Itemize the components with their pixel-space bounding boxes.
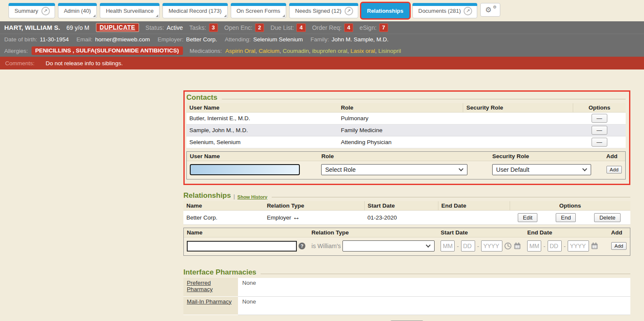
medication-item[interactable]: Lasix oral xyxy=(347,48,375,54)
section-divider-line xyxy=(261,274,630,274)
help-icon[interactable]: ? xyxy=(299,243,305,249)
employer-value: Better Corp. xyxy=(186,36,217,43)
chevron-down-icon xyxy=(583,166,587,171)
tab-health-surveillance[interactable]: Health Surveillance xyxy=(100,3,160,18)
start-month-input[interactable] xyxy=(441,240,455,252)
contacts-title: Contacts xyxy=(186,93,218,102)
medication-item[interactable]: Coumadin xyxy=(279,48,309,54)
tab-documents[interactable]: Documents (281) ↗ xyxy=(412,3,478,18)
tasks-label: Tasks: xyxy=(189,24,206,31)
rel-col-relation-type: Relation Type xyxy=(264,201,365,211)
medication-item[interactable]: Lisinopril xyxy=(375,48,401,54)
rel-col-start-date: Start Date xyxy=(364,201,438,211)
popout-icon[interactable]: ↗ xyxy=(41,7,50,15)
clock-icon[interactable] xyxy=(504,242,512,250)
contact-user-name: Butler, Internist E., M.D. xyxy=(186,113,338,124)
contacts-highlight-box: Contacts User Name Role Security Role Op… xyxy=(183,90,630,185)
tab-admin[interactable]: Admin (40) xyxy=(58,3,97,18)
end-year-input[interactable] xyxy=(568,240,589,252)
relationship-start-date: 01-23-2020 xyxy=(364,211,438,225)
preferred-pharmacy-value: None xyxy=(238,278,630,296)
contact-row: Butler, Internist E., M.D. Pulmonary — xyxy=(186,113,626,124)
popout-icon[interactable]: ↗ xyxy=(345,7,353,15)
chevron-down-icon xyxy=(426,243,430,247)
relationship-name-input[interactable] xyxy=(187,241,297,252)
contact-security-role xyxy=(463,124,573,136)
contact-security-role-selected-value: User Default xyxy=(496,166,529,173)
chevron-down-icon xyxy=(459,166,464,171)
tab-relationships-label: Relationships xyxy=(367,8,403,14)
end-month-input[interactable] xyxy=(527,240,541,252)
calendar-icon[interactable] xyxy=(513,242,521,250)
dob-label: Date of birth: xyxy=(4,36,37,43)
show-history-link[interactable]: Show History xyxy=(238,194,267,200)
contacts-table: User Name Role Security Role Options But… xyxy=(186,103,626,148)
patient-header-row3: Allergies: PENICILLINS , SULFA(SULFONAMI… xyxy=(0,45,644,57)
medication-item[interactable]: Aspirin Oral xyxy=(225,48,255,54)
settings-button[interactable]: ⚙ ⚙ xyxy=(480,3,500,17)
add-contact-col-role: Role xyxy=(318,152,489,161)
relationships-section: Relationships | Show History Name Relati… xyxy=(183,191,630,256)
tab-on-screen-forms-label: On Screen Forms xyxy=(237,8,281,14)
relationship-type: Employer xyxy=(267,214,291,221)
allergies-value[interactable]: PENICILLINS , SULFA(SULFONAMIDE ANTIBIOT… xyxy=(32,46,183,55)
tab-bar: Summary ↗ Admin (40) Health Surveillance… xyxy=(0,0,644,21)
email-value: horner@mieweb.com xyxy=(95,36,150,43)
end-relationship-button[interactable]: End xyxy=(556,213,576,222)
edit-relationship-button[interactable]: Edit xyxy=(518,213,537,222)
contact-role-select[interactable]: Select Role xyxy=(321,164,467,175)
contact-row: Selenium, Selenium Attending Physician — xyxy=(186,136,626,148)
tasks-badge[interactable]: 3 xyxy=(209,23,218,32)
add-relationship-button[interactable]: Add xyxy=(611,242,627,250)
start-year-input[interactable] xyxy=(481,240,502,252)
popout-icon[interactable]: ↗ xyxy=(464,7,472,15)
order-req-label: Order Req: xyxy=(312,24,342,31)
end-day-input[interactable] xyxy=(548,240,562,252)
relation-type-select[interactable] xyxy=(342,240,435,252)
due-list-badge[interactable]: 4 xyxy=(296,23,305,32)
contact-role: Pulmonary xyxy=(338,113,463,124)
mail-in-pharmacy-link[interactable]: Mail-In Pharmacy xyxy=(187,298,232,305)
contact-security-role-select[interactable]: User Default xyxy=(492,164,591,175)
pharmacies-table: Preferred Pharmacy None Mail-In Pharmacy… xyxy=(183,278,630,315)
gears-icon: ⚙ xyxy=(485,6,491,14)
contact-role: Attending Physician xyxy=(338,136,463,148)
tab-medical-record[interactable]: Medical Record (173) xyxy=(162,3,227,18)
comments-label: Comments: xyxy=(5,60,35,67)
pharmacy-row: Mail-In Pharmacy None xyxy=(183,296,630,315)
main-content: Contacts User Name Role Security Role Op… xyxy=(183,90,630,321)
tab-needs-signed-label: Needs Signed (12) xyxy=(295,8,341,14)
calendar-icon[interactable] xyxy=(591,242,598,250)
remove-contact-button[interactable]: — xyxy=(592,126,607,135)
order-req-badge[interactable]: 4 xyxy=(344,23,353,32)
add-contact-col-user-name: User Name xyxy=(187,152,318,161)
family-value: John M. Sample, M.D. xyxy=(332,36,389,43)
preferred-pharmacy-link[interactable]: Preferred Pharmacy xyxy=(187,280,213,292)
duplicate-flag[interactable]: DUPLICATE xyxy=(96,23,139,32)
comments-bar: Comments: Do not release info to sibling… xyxy=(0,57,644,69)
medications-list: Aspirin Oral Calcium Coumadin ibuprofen … xyxy=(225,48,401,54)
esign-badge[interactable]: 7 xyxy=(379,23,388,32)
tab-on-screen-forms[interactable]: On Screen Forms xyxy=(231,3,287,18)
add-rel-col-start-date: Start Date xyxy=(438,228,524,237)
medication-item[interactable]: ibuprofen oral xyxy=(309,48,347,54)
relationships-table: Name Relation Type Start Date End Date O… xyxy=(183,201,630,225)
remove-contact-button[interactable]: — xyxy=(592,138,607,147)
contact-user-name-input[interactable] xyxy=(190,164,300,175)
section-divider-line xyxy=(222,99,626,99)
tab-relationships[interactable]: Relationships xyxy=(361,3,409,18)
patient-header-row1: HART, WILLIAM S. 69 y/o M DUPLICATE Stat… xyxy=(0,21,644,34)
tab-summary[interactable]: Summary ↗ xyxy=(9,3,55,18)
start-day-input[interactable] xyxy=(461,240,475,252)
delete-relationship-button[interactable]: Delete xyxy=(594,213,621,222)
add-contact-button[interactable]: Add xyxy=(606,166,622,174)
tab-health-surveillance-label: Health Surveillance xyxy=(106,8,154,14)
medication-item[interactable]: Calcium xyxy=(255,48,279,54)
tab-needs-signed[interactable]: Needs Signed (12) ↗ xyxy=(289,3,358,18)
contact-role-selected-value: Select Role xyxy=(325,166,356,173)
remove-contact-button[interactable]: — xyxy=(592,114,607,123)
contact-row: Sample, John M., M.D. Family Medicine — xyxy=(186,124,626,136)
open-enc-badge[interactable]: 2 xyxy=(255,23,264,32)
relationship-end-date xyxy=(438,211,510,225)
tab-admin-label: Admin (40) xyxy=(64,8,91,14)
